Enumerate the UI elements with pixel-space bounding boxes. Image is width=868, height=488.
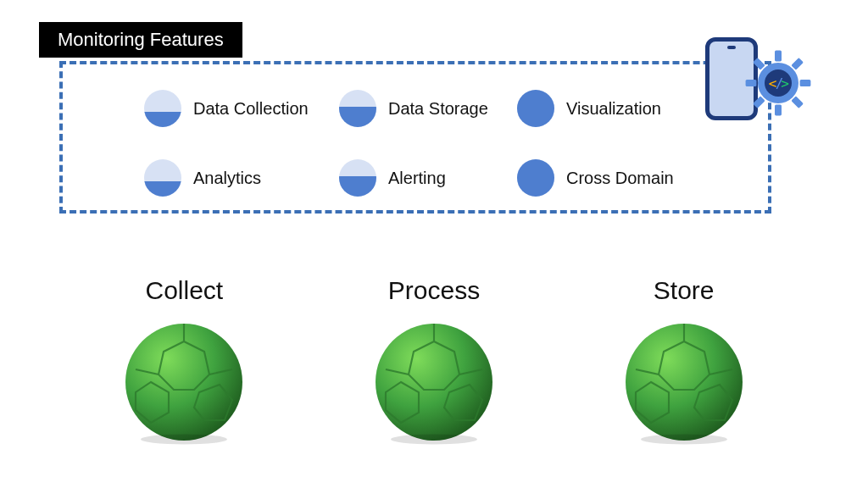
svg-rect-1: [775, 51, 782, 62]
sphere-icon: [620, 319, 748, 446]
progress-coin-icon: [339, 90, 376, 127]
progress-fill: [144, 112, 181, 127]
svg-rect-3: [746, 80, 757, 86]
feature-visualization: Visualization: [517, 90, 695, 127]
progress-coin-icon: [517, 159, 554, 197]
feature-label: Visualization: [566, 99, 661, 119]
svg-text:>: >: [781, 75, 789, 92]
feature-label: Alerting: [388, 169, 446, 188]
gear-icon: < / >: [744, 49, 812, 117]
section-title-text: Monitoring Features: [58, 29, 224, 50]
svg-rect-7: [753, 58, 765, 70]
device-illustration: < / >: [705, 37, 824, 120]
stage-process: Process: [370, 276, 498, 446]
svg-point-36: [641, 435, 727, 445]
progress-fill: [339, 176, 376, 197]
sphere-icon: [370, 319, 498, 446]
stage-label: Collect: [145, 276, 223, 305]
feature-label: Analytics: [193, 169, 261, 188]
svg-point-28: [391, 435, 477, 445]
stages-row: Collect: [0, 276, 868, 446]
progress-coin-icon: [144, 159, 181, 197]
progress-coin-icon: [339, 159, 376, 197]
feature-cross-domain: Cross Domain: [517, 159, 695, 197]
feature-alerting: Alerting: [339, 159, 517, 197]
feature-data-collection: Data Collection: [144, 90, 339, 127]
svg-rect-8: [791, 96, 804, 108]
feature-analytics: Analytics: [144, 159, 339, 197]
stage-label: Store: [654, 276, 715, 305]
svg-point-20: [141, 435, 227, 445]
progress-coin-icon: [144, 90, 181, 127]
feature-data-storage: Data Storage: [339, 90, 517, 127]
progress-fill: [517, 159, 554, 197]
feature-label: Data Storage: [388, 99, 488, 119]
section-title: Monitoring Features: [39, 22, 242, 58]
sphere-icon: [120, 319, 248, 446]
progress-fill: [339, 107, 376, 127]
svg-rect-6: [753, 96, 765, 108]
features-grid: Data Collection Data Storage Visualizati…: [144, 90, 737, 197]
stage-collect: Collect: [120, 276, 248, 446]
stage-store: Store: [620, 276, 748, 446]
stage-label: Process: [388, 276, 480, 305]
svg-rect-5: [791, 58, 804, 70]
svg-rect-4: [800, 80, 811, 86]
feature-label: Data Collection: [193, 99, 309, 119]
svg-rect-2: [775, 105, 782, 116]
progress-fill: [517, 90, 554, 127]
progress-fill: [144, 181, 181, 197]
progress-coin-icon: [517, 90, 554, 127]
feature-label: Cross Domain: [566, 169, 674, 188]
